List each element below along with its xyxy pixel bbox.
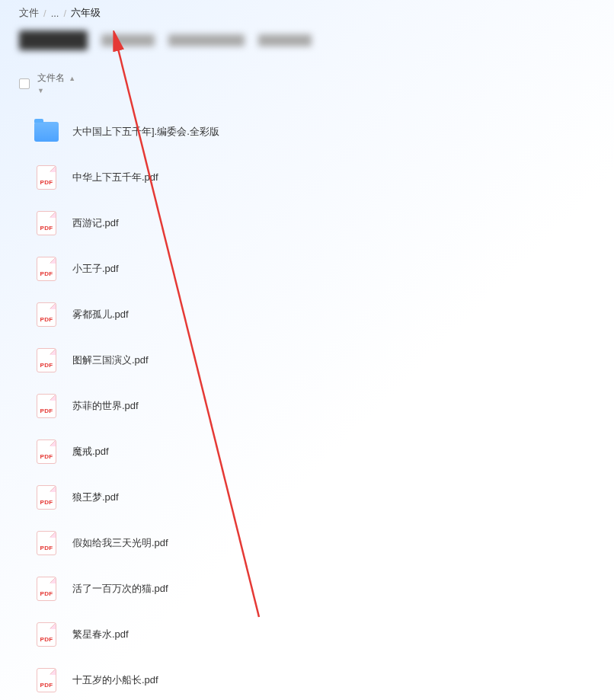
- file-name: 狼王梦.pdf: [72, 491, 119, 504]
- file-row[interactable]: PDF小王子.pdf: [34, 246, 595, 292]
- pdf-icon: PDF: [34, 577, 59, 601]
- file-row[interactable]: PDF中华上下五千年.pdf: [34, 155, 595, 200]
- breadcrumb-root[interactable]: 文件: [19, 6, 39, 20]
- file-row[interactable]: PDF狼王梦.pdf: [34, 475, 595, 520]
- blurred-button[interactable]: [258, 34, 312, 46]
- file-name: 活了一百万次的猫.pdf: [72, 582, 168, 596]
- column-name-header[interactable]: 文件名 ▲▼: [37, 72, 75, 95]
- file-name: 雾都孤儿.pdf: [72, 308, 129, 321]
- file-row[interactable]: PDF西游记.pdf: [34, 200, 595, 246]
- blurred-button[interactable]: [168, 34, 245, 46]
- file-row[interactable]: PDF图解三国演义.pdf: [34, 337, 595, 383]
- pdf-icon: PDF: [34, 439, 59, 464]
- file-row[interactable]: PDF雾都孤儿.pdf: [34, 292, 595, 337]
- breadcrumb-sep: /: [63, 8, 66, 19]
- file-row[interactable]: 大中国上下五千年].编委会.全彩版: [34, 109, 595, 155]
- file-name: 小王子.pdf: [72, 262, 119, 276]
- file-name: 十五岁的小船长.pdf: [72, 673, 158, 687]
- pdf-icon: PDF: [34, 668, 59, 692]
- breadcrumb-ellipsis[interactable]: ...: [51, 8, 59, 19]
- pdf-icon: PDF: [34, 394, 59, 418]
- breadcrumb-sep: /: [43, 8, 46, 19]
- file-row[interactable]: PDF十五岁的小船长.pdf: [34, 657, 595, 700]
- file-row[interactable]: PDF苏菲的世界.pdf: [34, 383, 595, 429]
- file-row[interactable]: PDF活了一百万次的猫.pdf: [34, 566, 595, 612]
- file-row[interactable]: PDF繁星春水.pdf: [34, 612, 595, 657]
- list-header: 文件名 ▲▼: [0, 66, 614, 101]
- file-name: 繁星春水.pdf: [72, 628, 129, 641]
- blurred-button[interactable]: [101, 34, 155, 46]
- file-list: 大中国上下五千年].编委会.全彩版PDF中华上下五千年.pdfPDF西游记.pd…: [0, 101, 614, 700]
- toolbar: [0, 24, 614, 66]
- file-row[interactable]: PDF魔戒.pdf: [34, 429, 595, 475]
- select-all-checkbox[interactable]: [19, 78, 30, 89]
- file-name: 魔戒.pdf: [72, 445, 109, 459]
- pdf-icon: PDF: [34, 531, 59, 555]
- file-row[interactable]: PDF假如给我三天光明.pdf: [34, 520, 595, 566]
- pdf-icon: PDF: [34, 302, 59, 327]
- file-name: 图解三国演义.pdf: [72, 353, 149, 367]
- blurred-button[interactable]: [19, 30, 88, 50]
- file-name: 苏菲的世界.pdf: [72, 399, 139, 413]
- file-name: 中华上下五千年.pdf: [72, 171, 158, 184]
- file-name: 假如给我三天光明.pdf: [72, 536, 168, 550]
- pdf-icon: PDF: [34, 622, 59, 647]
- file-name: 大中国上下五千年].编委会.全彩版: [72, 125, 219, 139]
- pdf-icon: PDF: [34, 485, 59, 510]
- breadcrumb-current[interactable]: 六年级: [71, 6, 101, 20]
- breadcrumb: 文件 / ... / 六年级: [0, 0, 614, 24]
- pdf-icon: PDF: [34, 165, 59, 190]
- folder-icon: [34, 120, 59, 144]
- pdf-icon: PDF: [34, 348, 59, 372]
- pdf-icon: PDF: [34, 211, 59, 235]
- pdf-icon: PDF: [34, 257, 59, 281]
- file-name: 西游记.pdf: [72, 216, 119, 230]
